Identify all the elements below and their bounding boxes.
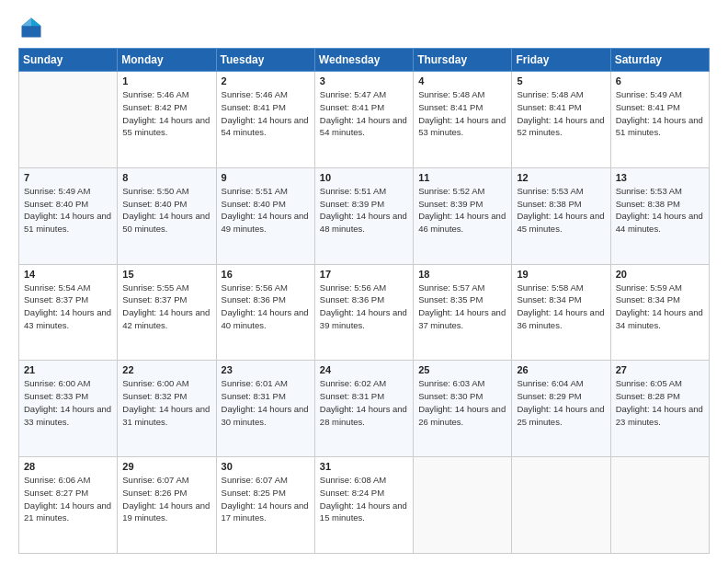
header-cell-sunday: Sunday [19,49,118,72]
day-cell: 20 Sunrise: 5:59 AM Sunset: 8:34 PM Dayl… [610,264,709,361]
sunrise-text: Sunrise: 6:06 AM [24,475,90,485]
sunrise-text: Sunrise: 5:51 AM [222,186,288,196]
day-cell: 25 Sunrise: 6:03 AM Sunset: 8:30 PM Dayl… [414,361,512,457]
sunrise-text: Sunrise: 5:58 AM [517,282,583,293]
day-cell: 26 Sunrise: 6:04 AM Sunset: 8:29 PM Dayl… [512,361,610,457]
day-number: 22 [122,364,210,375]
sunrise-text: Sunrise: 5:46 AM [222,89,288,99]
sunrise-text: Sunrise: 6:08 AM [320,475,386,485]
header-cell-monday: Monday [118,49,216,72]
header [18,15,710,40]
daylight-text: Daylight: 14 hours and 39 minutes. [320,307,407,330]
daylight-text: Daylight: 14 hours and 53 minutes. [418,115,506,138]
sunset-text: Sunset: 8:39 PM [418,199,483,209]
sunset-text: Sunset: 8:37 PM [24,294,88,304]
sunrise-text: Sunrise: 6:02 AM [320,378,386,388]
sunset-text: Sunset: 8:40 PM [222,199,286,209]
day-cell: 5 Sunrise: 5:48 AM Sunset: 8:41 PM Dayli… [512,72,610,168]
day-cell: 28 Sunrise: 6:06 AM Sunset: 8:27 PM Dayl… [19,457,118,554]
sunset-text: Sunset: 8:41 PM [517,102,581,112]
daylight-text: Daylight: 14 hours and 15 minutes. [320,500,407,523]
day-info: Sunrise: 5:47 AM Sunset: 8:41 PM Dayligh… [320,88,408,139]
day-number: 16 [222,269,310,280]
daylight-text: Daylight: 14 hours and 49 minutes. [222,211,309,234]
sunset-text: Sunset: 8:41 PM [616,102,680,112]
day-cell: 27 Sunrise: 6:05 AM Sunset: 8:28 PM Dayl… [610,361,709,457]
day-cell: 22 Sunrise: 6:00 AM Sunset: 8:32 PM Dayl… [118,361,216,457]
daylight-text: Daylight: 14 hours and 40 minutes. [222,307,309,330]
sunset-text: Sunset: 8:31 PM [320,391,384,401]
day-cell: 24 Sunrise: 6:02 AM Sunset: 8:31 PM Dayl… [314,361,413,457]
day-info: Sunrise: 5:48 AM Sunset: 8:41 PM Dayligh… [418,88,506,139]
daylight-text: Daylight: 14 hours and 23 minutes. [616,404,703,427]
day-number: 15 [122,269,210,280]
daylight-text: Daylight: 14 hours and 45 minutes. [517,211,604,234]
day-info: Sunrise: 5:46 AM Sunset: 8:41 PM Dayligh… [222,88,310,139]
day-number: 6 [616,75,704,86]
week-row-4: 28 Sunrise: 6:06 AM Sunset: 8:27 PM Dayl… [19,457,710,554]
week-row-2: 14 Sunrise: 5:54 AM Sunset: 8:37 PM Dayl… [19,264,710,361]
daylight-text: Daylight: 14 hours and 21 minutes. [24,500,111,523]
day-cell [512,457,610,554]
sunrise-text: Sunrise: 5:47 AM [320,89,386,99]
logo-icon [18,15,44,40]
sunrise-text: Sunrise: 5:52 AM [418,186,484,196]
day-cell: 12 Sunrise: 5:53 AM Sunset: 8:38 PM Dayl… [512,167,610,264]
calendar-table: SundayMondayTuesdayWednesdayThursdayFrid… [18,48,710,554]
sunrise-text: Sunrise: 5:48 AM [517,89,583,99]
day-number: 30 [222,461,310,472]
week-row-3: 21 Sunrise: 6:00 AM Sunset: 8:33 PM Dayl… [19,361,710,457]
sunset-text: Sunset: 8:38 PM [517,199,581,209]
sunset-text: Sunset: 8:25 PM [222,488,286,498]
svg-marker-1 [31,18,41,27]
sunrise-text: Sunrise: 5:57 AM [418,282,484,293]
day-info: Sunrise: 6:08 AM Sunset: 8:24 PM Dayligh… [320,474,408,524]
daylight-text: Daylight: 14 hours and 31 minutes. [122,404,210,427]
sunset-text: Sunset: 8:36 PM [320,294,384,304]
page: SundayMondayTuesdayWednesdayThursdayFrid… [0,0,728,563]
sunrise-text: Sunrise: 6:07 AM [122,475,188,485]
sunset-text: Sunset: 8:28 PM [616,391,680,401]
day-cell: 11 Sunrise: 5:52 AM Sunset: 8:39 PM Dayl… [414,167,512,264]
sunrise-text: Sunrise: 6:05 AM [616,378,682,388]
sunrise-text: Sunrise: 5:49 AM [24,186,90,196]
day-cell: 3 Sunrise: 5:47 AM Sunset: 8:41 PM Dayli… [314,72,413,168]
sunset-text: Sunset: 8:38 PM [616,199,680,209]
sunset-text: Sunset: 8:40 PM [122,199,187,209]
sunrise-text: Sunrise: 5:49 AM [616,89,682,99]
day-info: Sunrise: 5:53 AM Sunset: 8:38 PM Dayligh… [517,185,605,236]
day-number: 28 [24,461,112,472]
day-cell: 2 Sunrise: 5:46 AM Sunset: 8:41 PM Dayli… [216,72,314,168]
sunset-text: Sunset: 8:42 PM [122,102,187,112]
daylight-text: Daylight: 14 hours and 54 minutes. [222,115,309,138]
daylight-text: Daylight: 14 hours and 33 minutes. [24,404,111,427]
day-number: 12 [517,172,605,183]
daylight-text: Daylight: 14 hours and 26 minutes. [418,404,506,427]
day-number: 10 [320,172,408,183]
daylight-text: Daylight: 14 hours and 37 minutes. [418,307,506,330]
day-number: 24 [320,364,408,375]
day-info: Sunrise: 5:58 AM Sunset: 8:34 PM Dayligh… [517,282,605,332]
sunset-text: Sunset: 8:41 PM [222,102,286,112]
week-row-0: 1 Sunrise: 5:46 AM Sunset: 8:42 PM Dayli… [19,72,710,168]
daylight-text: Daylight: 14 hours and 44 minutes. [616,211,703,234]
day-info: Sunrise: 6:02 AM Sunset: 8:31 PM Dayligh… [320,377,408,428]
day-info: Sunrise: 5:48 AM Sunset: 8:41 PM Dayligh… [517,88,605,139]
daylight-text: Daylight: 14 hours and 19 minutes. [122,500,210,523]
sunset-text: Sunset: 8:31 PM [222,391,286,401]
day-cell: 6 Sunrise: 5:49 AM Sunset: 8:41 PM Dayli… [610,72,709,168]
day-cell [610,457,709,554]
day-info: Sunrise: 5:59 AM Sunset: 8:34 PM Dayligh… [616,282,704,332]
sunrise-text: Sunrise: 6:03 AM [418,378,484,388]
day-cell: 23 Sunrise: 6:01 AM Sunset: 8:31 PM Dayl… [216,361,314,457]
sunset-text: Sunset: 8:27 PM [24,488,88,498]
daylight-text: Daylight: 14 hours and 43 minutes. [24,307,111,330]
sunrise-text: Sunrise: 5:54 AM [24,282,90,293]
sunset-text: Sunset: 8:41 PM [320,102,384,112]
sunrise-text: Sunrise: 5:53 AM [616,186,682,196]
daylight-text: Daylight: 14 hours and 42 minutes. [122,307,210,330]
day-info: Sunrise: 5:50 AM Sunset: 8:40 PM Dayligh… [122,185,210,236]
sunset-text: Sunset: 8:24 PM [320,488,384,498]
sunrise-text: Sunrise: 6:00 AM [122,378,188,388]
daylight-text: Daylight: 14 hours and 30 minutes. [222,404,309,427]
